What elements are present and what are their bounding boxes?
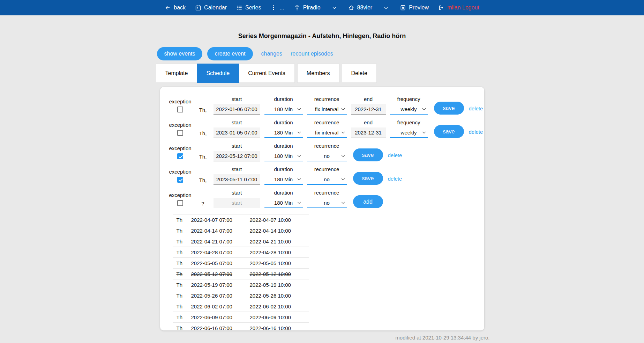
start-input[interactable] [214, 174, 260, 185]
frequency-select[interactable]: weekly [390, 127, 428, 138]
nav-back[interactable]: back [165, 5, 186, 11]
nav-station[interactable]: 88vier [348, 5, 373, 11]
duration-label: duration [274, 190, 293, 196]
duration-select[interactable]: 180 Min [264, 127, 303, 138]
duration-select[interactable]: 180 Min [264, 174, 303, 185]
save-button[interactable]: save [353, 172, 383, 185]
broadcast-icon [294, 5, 300, 11]
exception-checkbox[interactable] [177, 107, 183, 112]
event-start: 2022-04-28 07:00 [191, 249, 250, 255]
exception-checkbox[interactable] [177, 153, 183, 159]
calendar-icon [195, 5, 201, 11]
event-day: Th [173, 325, 191, 331]
nav-series[interactable]: Series [236, 5, 261, 11]
schedule-row: exception Th, start duration180 Min recu… [168, 96, 484, 115]
delete-link[interactable]: delete [469, 129, 483, 138]
event-start: 2022-06-02 07:00 [191, 304, 250, 309]
modified-info: modified at 2021-10-29 13:34:44 by jero. [160, 335, 490, 341]
delete-link[interactable]: delete [388, 152, 402, 161]
event-end: 2022-05-05 10:00 [250, 260, 309, 266]
delete-link[interactable]: delete [469, 105, 483, 115]
tab-members[interactable]: Members [297, 64, 339, 83]
list-icon [236, 5, 242, 11]
nav-more-label: ... [279, 5, 284, 11]
recurrence-value: fix interval [315, 130, 339, 136]
tab-template[interactable]: Template [156, 64, 197, 83]
event-row: Th2022-06-02 07:002022-06-02 10:00 [173, 301, 309, 312]
home-icon [348, 5, 354, 11]
chevron-down-icon [422, 107, 426, 110]
nav-piradio[interactable]: Piradio [294, 5, 321, 11]
duration-select[interactable]: 180 Min [264, 104, 303, 115]
create-event-button[interactable]: create event [207, 47, 253, 60]
delete-link[interactable]: delete [388, 176, 402, 185]
nav-station-label: 88vier [357, 5, 373, 11]
recurrence-label: recurrence [314, 119, 339, 125]
schedule-add-row: exception ? start duration180 Min recurr… [168, 190, 484, 208]
event-row: Th2022-05-05 07:002022-05-05 10:00 [173, 258, 309, 269]
start-input[interactable] [214, 151, 260, 161]
save-button[interactable]: save [434, 125, 464, 138]
day-label: ? [197, 198, 209, 208]
event-end: 2022-04-28 10:00 [250, 249, 309, 255]
save-button[interactable]: save [353, 148, 383, 161]
end-input[interactable] [351, 127, 386, 138]
day-label: Th, [197, 104, 209, 115]
start-label: start [232, 119, 242, 125]
recurrence-label: recurrence [314, 166, 339, 172]
start-label: start [232, 96, 242, 102]
piradio-dropdown-chevron-icon[interactable] [331, 5, 337, 11]
frequency-label: frequency [397, 119, 420, 125]
tab-delete[interactable]: Delete [342, 64, 377, 83]
event-end: 2022-04-21 10:00 [250, 239, 309, 245]
nav-preview[interactable]: Preview [400, 5, 429, 11]
schedule-row: exception Th, start duration180 Min recu… [168, 166, 484, 185]
duration-value: 180 Min [274, 153, 293, 159]
start-label: start [232, 190, 242, 196]
recurrence-select[interactable]: fix interval [307, 104, 347, 115]
recount-episodes-link[interactable]: recount episodes [291, 51, 333, 57]
recurrence-select[interactable]: no [307, 198, 347, 208]
save-button[interactable]: save [434, 102, 464, 115]
tab-schedule[interactable]: Schedule [197, 64, 239, 83]
frequency-select[interactable]: weekly [390, 104, 428, 115]
page-title: Series Morgenmagazin - Aufstehn, Hinlege… [160, 32, 484, 40]
event-start: 2022-05-26 07:00 [191, 293, 250, 299]
exception-checkbox[interactable] [177, 177, 183, 183]
event-day: Th [173, 271, 191, 277]
exception-checkbox[interactable] [177, 130, 183, 136]
chevron-down-icon [297, 177, 301, 181]
add-button[interactable]: add [353, 195, 383, 208]
recurrence-label: recurrence [314, 143, 339, 149]
event-row: Th2022-04-21 07:002022-04-21 10:00 [173, 236, 309, 247]
event-end: 2022-06-16 10:00 [250, 325, 309, 331]
event-day: Th [173, 260, 191, 266]
recurrence-value: no [324, 200, 330, 206]
event-end: 2022-05-26 10:00 [250, 293, 309, 299]
event-start: 2022-04-21 07:00 [191, 239, 250, 245]
changes-link[interactable]: changes [261, 51, 283, 57]
tab-current-events[interactable]: Current Events [239, 64, 295, 83]
exception-checkbox[interactable] [177, 200, 183, 206]
recurrence-select[interactable]: no [307, 151, 347, 161]
start-input[interactable] [214, 198, 260, 208]
nav-logout[interactable]: milan Logout [438, 5, 479, 11]
end-input[interactable] [351, 104, 386, 115]
nav-more-menu[interactable]: ... [270, 5, 284, 11]
show-events-button[interactable]: show events [157, 47, 203, 60]
nav-calendar[interactable]: Calendar [195, 5, 227, 11]
event-day: Th [173, 314, 191, 320]
event-day: Th [173, 217, 191, 223]
station-dropdown-chevron-icon[interactable] [383, 5, 389, 11]
schedule-card: exception Th, start duration180 Min recu… [160, 87, 484, 330]
start-input[interactable] [214, 104, 260, 115]
recurrence-select[interactable]: no [307, 174, 347, 185]
start-input[interactable] [214, 127, 260, 138]
top-navbar: back Calendar Series ... Piradio 88vier … [0, 0, 644, 15]
chevron-down-icon [341, 177, 345, 181]
recurrence-select[interactable]: fix interval [307, 127, 347, 138]
event-end: 2022-06-02 10:00 [250, 304, 309, 309]
duration-select[interactable]: 180 Min [264, 198, 303, 208]
duration-select[interactable]: 180 Min [264, 151, 303, 161]
event-end: 2022-04-07 10:00 [250, 217, 309, 223]
